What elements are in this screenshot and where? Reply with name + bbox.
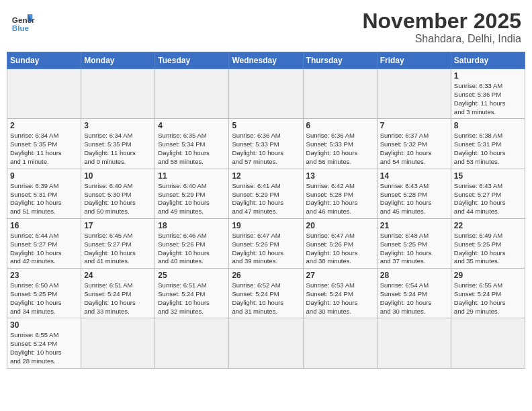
day-number: 15 — [454, 171, 522, 181]
day-number: 20 — [306, 221, 374, 230]
day-info: Sunrise: 6:36 AM Sunset: 5:33 PM Dayligh… — [232, 132, 300, 166]
weekday-header-wednesday: Wednesday — [229, 52, 303, 69]
day-number: 22 — [454, 221, 522, 230]
calendar-day-cell — [81, 318, 155, 368]
day-info: Sunrise: 6:54 AM Sunset: 5:24 PM Dayligh… — [380, 281, 448, 316]
day-number: 8 — [454, 121, 522, 130]
calendar-day-cell — [303, 318, 377, 368]
day-number: 30 — [10, 320, 78, 330]
calendar-day-cell: 16Sunrise: 6:44 AM Sunset: 5:27 PM Dayli… — [7, 218, 81, 268]
day-number: 13 — [306, 171, 374, 181]
day-info: Sunrise: 6:34 AM Sunset: 5:35 PM Dayligh… — [10, 132, 78, 166]
day-info: Sunrise: 6:55 AM Sunset: 5:24 PM Dayligh… — [10, 331, 78, 365]
day-number: 10 — [84, 171, 152, 181]
day-number: 26 — [232, 271, 300, 280]
calendar-day-cell: 21Sunrise: 6:48 AM Sunset: 5:25 PM Dayli… — [377, 218, 451, 268]
day-info: Sunrise: 6:40 AM Sunset: 5:30 PM Dayligh… — [84, 182, 152, 216]
calendar-day-cell — [229, 69, 303, 119]
calendar-day-cell — [81, 69, 155, 119]
day-info: Sunrise: 6:55 AM Sunset: 5:24 PM Dayligh… — [454, 281, 522, 316]
day-number: 14 — [380, 171, 448, 181]
calendar-day-cell: 27Sunrise: 6:53 AM Sunset: 5:24 PM Dayli… — [303, 269, 377, 318]
day-info: Sunrise: 6:40 AM Sunset: 5:29 PM Dayligh… — [158, 182, 226, 216]
day-info: Sunrise: 6:47 AM Sunset: 5:26 PM Dayligh… — [232, 232, 300, 266]
page-header: General Blue November 2025 Shahdara, Del… — [7, 7, 525, 48]
location-subtitle: Shahdara, Delhi, India — [362, 33, 521, 45]
calendar-week-row: 23Sunrise: 6:50 AM Sunset: 5:25 PM Dayli… — [7, 269, 525, 318]
month-year-title: November 2025 — [362, 9, 521, 33]
day-info: Sunrise: 6:48 AM Sunset: 5:25 PM Dayligh… — [380, 232, 448, 266]
day-number: 4 — [158, 121, 226, 130]
calendar-week-row: 1Sunrise: 6:33 AM Sunset: 5:36 PM Daylig… — [7, 69, 525, 119]
day-number: 7 — [380, 121, 448, 130]
calendar-day-cell: 5Sunrise: 6:36 AM Sunset: 5:33 PM Daylig… — [229, 119, 303, 169]
calendar-day-cell — [377, 318, 451, 368]
day-info: Sunrise: 6:46 AM Sunset: 5:26 PM Dayligh… — [158, 232, 226, 266]
day-number: 18 — [158, 221, 226, 230]
calendar-day-cell: 18Sunrise: 6:46 AM Sunset: 5:26 PM Dayli… — [155, 218, 229, 268]
day-number: 23 — [10, 271, 78, 280]
day-number: 6 — [306, 121, 374, 130]
calendar-day-cell: 7Sunrise: 6:37 AM Sunset: 5:32 PM Daylig… — [377, 119, 451, 169]
day-info: Sunrise: 6:51 AM Sunset: 5:24 PM Dayligh… — [158, 281, 226, 316]
calendar-day-cell: 14Sunrise: 6:43 AM Sunset: 5:28 PM Dayli… — [377, 169, 451, 218]
day-number: 21 — [380, 221, 448, 230]
calendar-day-cell: 22Sunrise: 6:49 AM Sunset: 5:25 PM Dayli… — [451, 218, 525, 268]
calendar-table: SundayMondayTuesdayWednesdayThursdayFrid… — [7, 52, 525, 369]
day-info: Sunrise: 6:51 AM Sunset: 5:24 PM Dayligh… — [84, 281, 152, 316]
day-info: Sunrise: 6:38 AM Sunset: 5:31 PM Dayligh… — [454, 132, 522, 166]
day-info: Sunrise: 6:44 AM Sunset: 5:27 PM Dayligh… — [10, 232, 78, 266]
day-info: Sunrise: 6:41 AM Sunset: 5:29 PM Dayligh… — [232, 182, 300, 216]
day-number: 25 — [158, 271, 226, 280]
calendar-day-cell: 20Sunrise: 6:47 AM Sunset: 5:26 PM Dayli… — [303, 218, 377, 268]
calendar-day-cell: 25Sunrise: 6:51 AM Sunset: 5:24 PM Dayli… — [155, 269, 229, 318]
day-number: 12 — [232, 171, 300, 181]
calendar-day-cell: 8Sunrise: 6:38 AM Sunset: 5:31 PM Daylig… — [451, 119, 525, 169]
calendar-day-cell: 13Sunrise: 6:42 AM Sunset: 5:28 PM Dayli… — [303, 169, 377, 218]
calendar-day-cell: 9Sunrise: 6:39 AM Sunset: 5:31 PM Daylig… — [7, 169, 81, 218]
weekday-header-sunday: Sunday — [7, 52, 81, 69]
day-info: Sunrise: 6:39 AM Sunset: 5:31 PM Dayligh… — [10, 182, 78, 216]
calendar-day-cell — [7, 69, 81, 119]
calendar-day-cell — [377, 69, 451, 119]
day-number: 9 — [10, 171, 78, 181]
calendar-day-cell — [155, 69, 229, 119]
calendar-day-cell: 4Sunrise: 6:35 AM Sunset: 5:34 PM Daylig… — [155, 119, 229, 169]
day-number: 19 — [232, 221, 300, 230]
day-info: Sunrise: 6:53 AM Sunset: 5:24 PM Dayligh… — [306, 281, 374, 316]
calendar-day-cell: 29Sunrise: 6:55 AM Sunset: 5:24 PM Dayli… — [451, 269, 525, 318]
day-info: Sunrise: 6:43 AM Sunset: 5:28 PM Dayligh… — [380, 182, 448, 216]
day-number: 27 — [306, 271, 374, 280]
day-info: Sunrise: 6:36 AM Sunset: 5:33 PM Dayligh… — [306, 132, 374, 166]
weekday-header-friday: Friday — [377, 52, 451, 69]
calendar-day-cell: 6Sunrise: 6:36 AM Sunset: 5:33 PM Daylig… — [303, 119, 377, 169]
calendar-week-row: 2Sunrise: 6:34 AM Sunset: 5:35 PM Daylig… — [7, 119, 525, 169]
weekday-header-tuesday: Tuesday — [155, 52, 229, 69]
calendar-day-cell: 10Sunrise: 6:40 AM Sunset: 5:30 PM Dayli… — [81, 169, 155, 218]
title-block: November 2025 Shahdara, Delhi, India — [362, 9, 521, 45]
weekday-header-saturday: Saturday — [451, 52, 525, 69]
day-info: Sunrise: 6:43 AM Sunset: 5:27 PM Dayligh… — [454, 182, 522, 216]
day-number: 3 — [84, 121, 152, 130]
day-info: Sunrise: 6:52 AM Sunset: 5:24 PM Dayligh… — [232, 281, 300, 316]
weekday-header-row: SundayMondayTuesdayWednesdayThursdayFrid… — [7, 52, 525, 69]
day-number: 24 — [84, 271, 152, 280]
calendar-day-cell: 26Sunrise: 6:52 AM Sunset: 5:24 PM Dayli… — [229, 269, 303, 318]
calendar-week-row: 30Sunrise: 6:55 AM Sunset: 5:24 PM Dayli… — [7, 318, 525, 368]
calendar-day-cell — [229, 318, 303, 368]
calendar-day-cell: 1Sunrise: 6:33 AM Sunset: 5:36 PM Daylig… — [451, 69, 525, 119]
calendar-day-cell: 24Sunrise: 6:51 AM Sunset: 5:24 PM Dayli… — [81, 269, 155, 318]
calendar-day-cell: 15Sunrise: 6:43 AM Sunset: 5:27 PM Dayli… — [451, 169, 525, 218]
logo: General Blue — [11, 9, 35, 34]
calendar-day-cell: 17Sunrise: 6:45 AM Sunset: 5:27 PM Dayli… — [81, 218, 155, 268]
calendar-day-cell: 23Sunrise: 6:50 AM Sunset: 5:25 PM Dayli… — [7, 269, 81, 318]
calendar-day-cell: 28Sunrise: 6:54 AM Sunset: 5:24 PM Dayli… — [377, 269, 451, 318]
day-number: 5 — [232, 121, 300, 130]
svg-text:Blue: Blue — [12, 24, 30, 32]
calendar-week-row: 16Sunrise: 6:44 AM Sunset: 5:27 PM Dayli… — [7, 218, 525, 268]
calendar-day-cell: 12Sunrise: 6:41 AM Sunset: 5:29 PM Dayli… — [229, 169, 303, 218]
day-info: Sunrise: 6:42 AM Sunset: 5:28 PM Dayligh… — [306, 182, 374, 216]
day-info: Sunrise: 6:35 AM Sunset: 5:34 PM Dayligh… — [158, 132, 226, 166]
day-info: Sunrise: 6:49 AM Sunset: 5:25 PM Dayligh… — [454, 232, 522, 266]
logo-icon: General Blue — [11, 9, 35, 34]
